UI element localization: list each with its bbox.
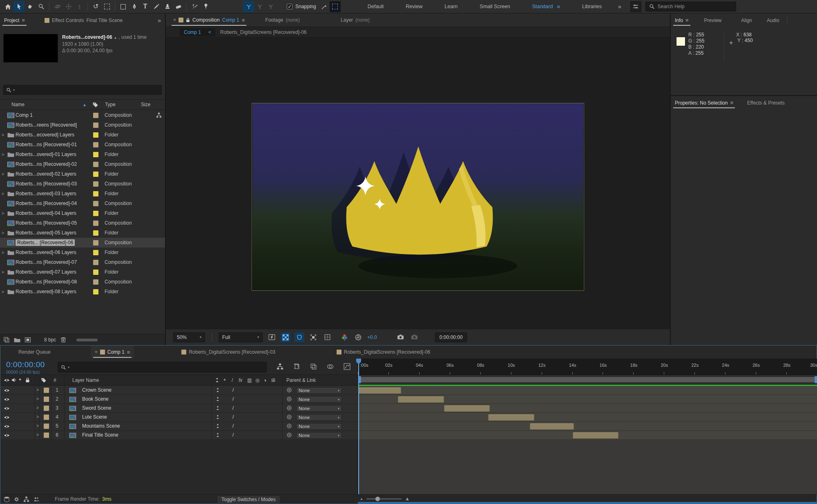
layer-color-swatch[interactable] [44, 424, 49, 429]
panel-menu-icon[interactable]: ≡ [685, 17, 689, 23]
item-name[interactable]: Roberts...ns [Recovered]-02 [16, 161, 77, 167]
layer-color-swatch[interactable] [44, 433, 49, 438]
workspace-default[interactable]: Default [368, 4, 384, 9]
shy-column-icon[interactable] [214, 377, 220, 383]
layer-name[interactable]: Crown Scene [82, 387, 112, 393]
snap-options-button[interactable] [319, 1, 330, 12]
timeline-layer-row[interactable]: >5Mountains Scene/None▾ [0, 422, 358, 431]
video-column-eye-icon[interactable] [4, 378, 10, 382]
tab-composition[interactable]: × Composition Comp 1 ≡ [169, 13, 249, 27]
project-item-row[interactable]: >Roberts...ecovered] LayersFolder [0, 130, 165, 140]
item-expander[interactable]: > [0, 270, 6, 274]
zoom-out-mountain-icon[interactable]: ▲ [360, 497, 363, 501]
fast-previews-button[interactable] [267, 332, 277, 342]
panel-menu-icon[interactable]: ≡ [242, 17, 245, 23]
status-db-icon[interactable] [4, 496, 10, 502]
region-of-interest-button[interactable] [308, 332, 318, 342]
item-expander[interactable]: > [0, 250, 6, 255]
layer-visibility-eye-icon[interactable] [4, 415, 10, 419]
resolution-dropdown[interactable]: Full ▾ [219, 332, 263, 342]
project-item-row[interactable]: Roberts...ns [Recovered]-04Composition [0, 198, 165, 208]
panel-menu-icon[interactable]: ≡ [127, 349, 130, 355]
puppet-pin-tool[interactable] [200, 1, 211, 12]
column-number[interactable]: # [54, 377, 56, 383]
column-name[interactable]: Name [11, 102, 25, 107]
collapse-transformations-icon[interactable]: * [223, 377, 226, 384]
exposure-reset-button[interactable] [353, 332, 363, 342]
hand-tool[interactable] [25, 1, 36, 12]
layer-visibility-eye-icon[interactable] [4, 388, 10, 392]
item-name[interactable]: Roberts...ns [Recovered]-01 [16, 142, 77, 147]
work-area-end-handle[interactable] [815, 376, 817, 383]
composition-canvas-area[interactable] [166, 38, 670, 329]
project-item-row[interactable]: Roberts...ns [Recovered]-08Composition [0, 277, 165, 287]
pan-camera-tool[interactable] [63, 1, 74, 12]
layer-duration-bar[interactable] [444, 405, 490, 412]
eraser-tool[interactable] [173, 1, 184, 12]
shy-toggle-icon[interactable] [215, 388, 220, 392]
tab-timeline-comp1[interactable]: × Comp 1 ≡ [91, 346, 134, 359]
panel-overflow-button[interactable]: » [158, 17, 161, 24]
item-name[interactable]: Roberts...overed]-06 Layers [16, 250, 76, 255]
solo-column-icon[interactable]: ● [19, 377, 21, 381]
quality-toggle-icon[interactable]: / [232, 432, 234, 438]
tab-align[interactable]: Align [737, 13, 756, 27]
panel-menu-icon[interactable]: ≡ [22, 17, 25, 23]
item-expander[interactable]: > [0, 132, 6, 137]
item-label-swatch[interactable] [93, 132, 98, 138]
item-name[interactable]: Roberts...overed]-04 Layers [16, 210, 76, 216]
status-flowchart-icon[interactable] [23, 496, 29, 502]
snap-features-button[interactable] [330, 1, 341, 12]
column-layer-name[interactable]: Layer Name [72, 377, 99, 383]
shy-toggle-icon[interactable] [215, 433, 220, 437]
workspace-libraries[interactable]: Libraries [582, 4, 602, 9]
graph-editor-icon[interactable] [344, 363, 350, 370]
layer-color-swatch[interactable] [44, 397, 49, 402]
project-search-input[interactable] [16, 87, 159, 93]
parent-link-dropdown[interactable]: None▾ [296, 423, 342, 430]
rotation-tool[interactable]: ↺ [90, 1, 101, 12]
item-name[interactable]: Roberts...ns [Recovered]-03 [16, 181, 77, 187]
workspace-overflow-button[interactable]: » [618, 3, 621, 10]
label-column-tag-icon[interactable] [41, 377, 47, 383]
quality-toggle-icon[interactable]: / [232, 423, 234, 429]
tab-properties[interactable]: Properties: No Selection ≡ [671, 96, 737, 109]
parent-link-dropdown[interactable]: None▾ [296, 432, 342, 439]
tab-timeline-recovered-06[interactable]: Roberts_DigitalScreens [Recovered]-06 [333, 346, 434, 359]
timeline-layer-row[interactable]: >6Final Title Scene/None▾ [0, 431, 358, 440]
draft-3d-icon[interactable] [293, 363, 300, 370]
item-name[interactable]: Roberts...ns [Recovered]-08 [16, 279, 77, 285]
tab-footage[interactable]: Footage (none) [261, 13, 304, 27]
motion-blur-column-icon[interactable]: ◎ [255, 377, 259, 383]
timeline-layer-row[interactable]: >4Lute Scene/None▾ [0, 413, 358, 422]
grid-and-guides-button[interactable] [322, 332, 332, 342]
toggle-switches-modes-button[interactable]: Toggle Switches / Modes [217, 495, 280, 504]
world-axis-mode-button[interactable] [254, 1, 265, 12]
layer-track-row[interactable] [358, 386, 817, 395]
parent-link-dropdown[interactable]: None▾ [296, 405, 342, 412]
layer-color-swatch[interactable] [44, 406, 49, 411]
item-label-swatch[interactable] [93, 181, 98, 187]
parent-link-dropdown[interactable]: None▾ [296, 414, 342, 421]
shy-toggle-icon[interactable] [215, 415, 220, 419]
project-item-row[interactable]: >Roberts...overed]-03 LayersFolder [0, 189, 165, 198]
dolly-camera-tool[interactable]: ↕ [74, 1, 85, 12]
item-label-swatch[interactable] [93, 152, 98, 157]
layer-color-swatch[interactable] [44, 415, 49, 420]
item-name[interactable]: Roberts...ecovered] Layers [16, 132, 74, 138]
layer-track-row[interactable] [358, 413, 817, 422]
local-axis-mode-button[interactable] [243, 1, 254, 12]
status-gear-icon[interactable] [13, 496, 20, 502]
new-composition-icon[interactable] [25, 337, 31, 343]
layer-track-row[interactable] [358, 422, 817, 431]
project-item-row[interactable]: Roberts...ns [Recovered]-03Composition [0, 179, 165, 189]
project-item-row[interactable]: Roberts...ns [Recovered]-07Composition [0, 257, 165, 267]
project-item-row[interactable]: Roberts... [Recovered]-06Composition [0, 238, 165, 248]
timeline-zoom-thumb[interactable] [375, 497, 380, 501]
item-label-swatch[interactable] [93, 201, 98, 206]
layer-track-row[interactable] [358, 395, 817, 404]
magnification-dropdown[interactable]: 50% ▾ [173, 332, 205, 342]
layer-name[interactable]: Lute Scene [82, 414, 107, 420]
parent-link-dropdown[interactable]: None▾ [296, 387, 342, 394]
item-name[interactable]: Roberts...ns [Recovered]-07 [16, 259, 77, 265]
